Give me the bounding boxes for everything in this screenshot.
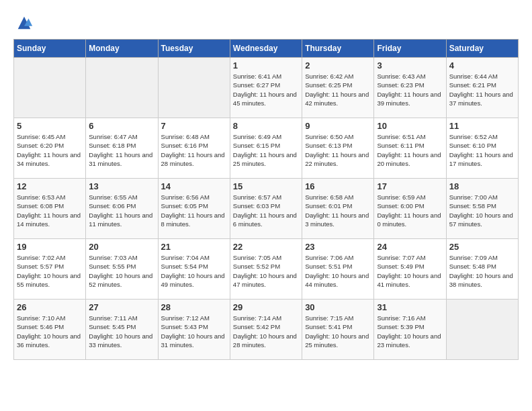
sunset-text: Sunset: 6:05 PM	[161, 201, 227, 210]
sunrise-text: Sunrise: 7:12 AM	[161, 314, 227, 322]
day-number: 2	[305, 60, 371, 71]
sunset-text: Sunset: 6:23 PM	[377, 81, 443, 89]
sunrise-text: Sunrise: 6:48 AM	[161, 132, 227, 141]
column-header-saturday: Saturday	[446, 40, 518, 58]
sunset-text: Sunset: 6:03 PM	[233, 201, 299, 210]
sunrise-text: Sunrise: 6:41 AM	[233, 72, 299, 81]
day-number: 12	[17, 181, 83, 191]
day-info: Sunrise: 6:53 AMSunset: 6:08 PMDaylight:…	[17, 193, 83, 228]
day-cell: 22Sunrise: 7:05 AMSunset: 5:52 PMDayligh…	[230, 239, 302, 300]
day-cell: 11Sunrise: 6:52 AMSunset: 6:10 PMDayligh…	[446, 118, 518, 179]
day-cell: 1Sunrise: 6:41 AMSunset: 6:27 PMDaylight…	[230, 58, 302, 118]
day-info: Sunrise: 6:52 AMSunset: 6:10 PMDaylight:…	[449, 132, 515, 168]
daylight-text: Daylight: 10 hours and 38 minutes.	[449, 271, 515, 289]
day-cell	[86, 58, 158, 118]
day-info: Sunrise: 7:03 AMSunset: 5:55 PMDaylight:…	[89, 253, 154, 289]
day-cell: 3Sunrise: 6:43 AMSunset: 6:23 PMDaylight…	[374, 58, 446, 118]
day-cell: 25Sunrise: 7:09 AMSunset: 5:48 PMDayligh…	[446, 239, 518, 300]
day-number: 13	[89, 181, 154, 191]
sunset-text: Sunset: 5:43 PM	[161, 322, 227, 331]
daylight-text: Daylight: 11 hours and 37 minutes.	[449, 90, 515, 108]
day-number: 21	[161, 242, 227, 252]
day-number: 6	[89, 121, 154, 131]
day-cell: 2Sunrise: 6:42 AMSunset: 6:25 PMDaylight…	[302, 58, 374, 118]
week-row-5: 26Sunrise: 7:10 AMSunset: 5:46 PMDayligh…	[14, 300, 519, 360]
sunset-text: Sunset: 5:41 PM	[305, 322, 371, 331]
day-info: Sunrise: 6:51 AMSunset: 6:11 PMDaylight:…	[377, 132, 443, 168]
day-info: Sunrise: 7:15 AMSunset: 5:41 PMDaylight:…	[305, 314, 371, 349]
day-number: 18	[449, 181, 515, 191]
column-header-tuesday: Tuesday	[158, 40, 230, 58]
sunrise-text: Sunrise: 6:43 AM	[377, 72, 443, 81]
sunset-text: Sunset: 5:54 PM	[161, 262, 227, 271]
day-number: 27	[89, 302, 154, 312]
day-info: Sunrise: 6:47 AMSunset: 6:18 PMDaylight:…	[89, 132, 154, 168]
sunrise-text: Sunrise: 7:15 AM	[305, 314, 371, 322]
header-row: SundayMondayTuesdayWednesdayThursdayFrid…	[14, 40, 519, 58]
daylight-text: Daylight: 11 hours and 11 minutes.	[89, 211, 154, 229]
day-number: 4	[449, 60, 515, 71]
column-header-friday: Friday	[374, 40, 446, 58]
sunset-text: Sunset: 5:48 PM	[449, 262, 515, 271]
day-info: Sunrise: 6:56 AMSunset: 6:05 PMDaylight:…	[161, 193, 227, 228]
day-cell: 18Sunrise: 7:00 AMSunset: 5:58 PMDayligh…	[446, 179, 518, 239]
sunset-text: Sunset: 5:42 PM	[233, 322, 299, 331]
sunrise-text: Sunrise: 6:42 AM	[305, 72, 371, 81]
daylight-text: Daylight: 11 hours and 3 minutes.	[305, 211, 371, 229]
daylight-text: Daylight: 10 hours and 47 minutes.	[233, 271, 299, 289]
sunrise-text: Sunrise: 7:06 AM	[305, 253, 371, 262]
day-cell: 4Sunrise: 6:44 AMSunset: 6:21 PMDaylight…	[446, 58, 518, 118]
day-info: Sunrise: 7:10 AMSunset: 5:46 PMDaylight:…	[17, 314, 83, 349]
day-info: Sunrise: 6:43 AMSunset: 6:23 PMDaylight:…	[377, 72, 443, 107]
daylight-text: Daylight: 10 hours and 33 minutes.	[89, 332, 154, 350]
daylight-text: Daylight: 10 hours and 41 minutes.	[377, 271, 443, 289]
day-cell: 9Sunrise: 6:50 AMSunset: 6:13 PMDaylight…	[302, 118, 374, 179]
daylight-text: Daylight: 10 hours and 52 minutes.	[89, 271, 154, 289]
day-cell: 14Sunrise: 6:56 AMSunset: 6:05 PMDayligh…	[158, 179, 230, 239]
day-cell: 21Sunrise: 7:04 AMSunset: 5:54 PMDayligh…	[158, 239, 230, 300]
day-cell: 29Sunrise: 7:14 AMSunset: 5:42 PMDayligh…	[230, 300, 302, 360]
day-number: 9	[305, 121, 371, 131]
day-number: 8	[233, 121, 299, 131]
week-row-4: 19Sunrise: 7:02 AMSunset: 5:57 PMDayligh…	[14, 239, 519, 300]
sunset-text: Sunset: 5:55 PM	[89, 262, 154, 271]
day-info: Sunrise: 7:05 AMSunset: 5:52 PMDaylight:…	[233, 253, 299, 289]
day-number: 31	[377, 302, 443, 312]
sunrise-text: Sunrise: 6:47 AM	[89, 132, 154, 141]
day-cell: 27Sunrise: 7:11 AMSunset: 5:45 PMDayligh…	[86, 300, 158, 360]
day-info: Sunrise: 7:00 AMSunset: 5:58 PMDaylight:…	[449, 193, 515, 228]
sunrise-text: Sunrise: 6:45 AM	[17, 132, 83, 141]
sunset-text: Sunset: 6:27 PM	[233, 81, 299, 89]
day-info: Sunrise: 6:49 AMSunset: 6:15 PMDaylight:…	[233, 132, 299, 168]
sunset-text: Sunset: 5:57 PM	[17, 262, 83, 271]
day-number: 30	[305, 302, 371, 312]
sunrise-text: Sunrise: 7:09 AM	[449, 253, 515, 262]
day-info: Sunrise: 7:09 AMSunset: 5:48 PMDaylight:…	[449, 253, 515, 289]
logo	[13, 13, 34, 32]
day-info: Sunrise: 6:50 AMSunset: 6:13 PMDaylight:…	[305, 132, 371, 168]
day-cell: 30Sunrise: 7:15 AMSunset: 5:41 PMDayligh…	[302, 300, 374, 360]
daylight-text: Daylight: 11 hours and 34 minutes.	[17, 150, 83, 169]
day-number: 24	[377, 242, 443, 252]
sunrise-text: Sunrise: 7:10 AM	[17, 314, 83, 322]
day-number: 11	[449, 121, 515, 131]
daylight-text: Daylight: 11 hours and 17 minutes.	[449, 150, 515, 169]
day-info: Sunrise: 7:06 AMSunset: 5:51 PMDaylight:…	[305, 253, 371, 289]
day-cell	[158, 58, 230, 118]
sunrise-text: Sunrise: 6:52 AM	[449, 132, 515, 141]
sunrise-text: Sunrise: 6:49 AM	[233, 132, 299, 141]
day-number: 20	[89, 242, 154, 252]
day-number: 19	[17, 242, 83, 252]
sunset-text: Sunset: 6:06 PM	[89, 201, 154, 210]
day-cell: 19Sunrise: 7:02 AMSunset: 5:57 PMDayligh…	[14, 239, 86, 300]
sunset-text: Sunset: 5:52 PM	[233, 262, 299, 271]
daylight-text: Daylight: 11 hours and 31 minutes.	[89, 150, 154, 169]
sunset-text: Sunset: 6:01 PM	[305, 201, 371, 210]
day-number: 1	[233, 60, 299, 71]
daylight-text: Daylight: 11 hours and 42 minutes.	[305, 90, 371, 108]
sunrise-text: Sunrise: 6:55 AM	[89, 193, 154, 201]
day-info: Sunrise: 6:45 AMSunset: 6:20 PMDaylight:…	[17, 132, 83, 168]
daylight-text: Daylight: 11 hours and 22 minutes.	[305, 150, 371, 169]
day-number: 23	[305, 242, 371, 252]
day-info: Sunrise: 6:55 AMSunset: 6:06 PMDaylight:…	[89, 193, 154, 228]
